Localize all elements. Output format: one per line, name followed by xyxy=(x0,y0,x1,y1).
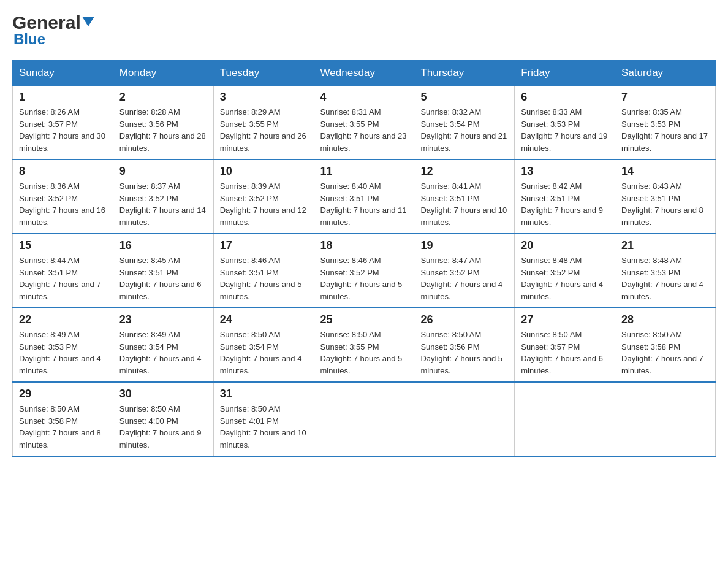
day-info: Sunrise: 8:42 AMSunset: 3:51 PMDaylight:… xyxy=(521,180,609,228)
day-cell: 14Sunrise: 8:43 AMSunset: 3:51 PMDayligh… xyxy=(615,159,716,234)
day-number: 19 xyxy=(420,239,508,252)
logo-arrow-icon xyxy=(82,17,94,31)
day-number: 5 xyxy=(420,91,508,104)
day-cell: 5Sunrise: 8:32 AMSunset: 3:54 PMDaylight… xyxy=(414,86,515,160)
day-cell: 25Sunrise: 8:50 AMSunset: 3:55 PMDayligh… xyxy=(314,308,414,382)
day-cell: 20Sunrise: 8:48 AMSunset: 3:52 PMDayligh… xyxy=(515,234,615,308)
day-cell: 30Sunrise: 8:50 AMSunset: 4:00 PMDayligh… xyxy=(113,382,213,456)
day-cell: 9Sunrise: 8:37 AMSunset: 3:52 PMDaylight… xyxy=(113,159,213,234)
day-number: 29 xyxy=(19,388,107,400)
day-info: Sunrise: 8:39 AMSunset: 3:52 PMDaylight:… xyxy=(220,180,308,228)
day-number: 13 xyxy=(521,165,609,178)
day-number: 11 xyxy=(320,165,408,178)
day-number: 27 xyxy=(521,313,609,326)
day-info: Sunrise: 8:50 AMSunset: 3:58 PMDaylight:… xyxy=(19,403,107,451)
day-info: Sunrise: 8:50 AMSunset: 3:55 PMDaylight:… xyxy=(320,329,408,377)
day-info: Sunrise: 8:29 AMSunset: 3:55 PMDaylight:… xyxy=(220,106,308,154)
day-number: 7 xyxy=(621,91,709,104)
day-cell: 11Sunrise: 8:40 AMSunset: 3:51 PMDayligh… xyxy=(314,159,414,234)
day-info: Sunrise: 8:48 AMSunset: 3:53 PMDaylight:… xyxy=(621,255,709,302)
day-number: 12 xyxy=(420,165,508,178)
day-number: 1 xyxy=(19,91,107,104)
day-number: 2 xyxy=(119,91,207,104)
day-cell: 18Sunrise: 8:46 AMSunset: 3:52 PMDayligh… xyxy=(314,234,414,308)
week-row-5: 29Sunrise: 8:50 AMSunset: 3:58 PMDayligh… xyxy=(13,382,716,456)
day-info: Sunrise: 8:48 AMSunset: 3:52 PMDaylight:… xyxy=(521,255,609,302)
day-info: Sunrise: 8:49 AMSunset: 3:53 PMDaylight:… xyxy=(19,329,107,377)
day-info: Sunrise: 8:36 AMSunset: 3:52 PMDaylight:… xyxy=(19,180,107,228)
day-cell: 3Sunrise: 8:29 AMSunset: 3:55 PMDaylight… xyxy=(213,86,314,160)
day-info: Sunrise: 8:45 AMSunset: 3:51 PMDaylight:… xyxy=(119,255,207,302)
day-cell: 1Sunrise: 8:26 AMSunset: 3:57 PMDaylight… xyxy=(13,86,113,160)
day-info: Sunrise: 8:43 AMSunset: 3:51 PMDaylight:… xyxy=(621,180,709,228)
day-number: 17 xyxy=(220,239,308,252)
day-info: Sunrise: 8:31 AMSunset: 3:55 PMDaylight:… xyxy=(320,106,408,154)
day-cell: 6Sunrise: 8:33 AMSunset: 3:53 PMDaylight… xyxy=(515,86,615,160)
day-cell: 19Sunrise: 8:47 AMSunset: 3:52 PMDayligh… xyxy=(414,234,515,308)
day-cell: 16Sunrise: 8:45 AMSunset: 3:51 PMDayligh… xyxy=(113,234,213,308)
day-number: 25 xyxy=(320,313,408,326)
day-number: 28 xyxy=(621,313,709,326)
week-row-3: 15Sunrise: 8:44 AMSunset: 3:51 PMDayligh… xyxy=(13,234,716,308)
day-cell: 4Sunrise: 8:31 AMSunset: 3:55 PMDaylight… xyxy=(314,86,414,160)
day-info: Sunrise: 8:44 AMSunset: 3:51 PMDaylight:… xyxy=(19,255,107,302)
day-info: Sunrise: 8:50 AMSunset: 3:57 PMDaylight:… xyxy=(521,329,609,377)
day-info: Sunrise: 8:50 AMSunset: 3:56 PMDaylight:… xyxy=(420,329,508,377)
calendar-header-row: SundayMondayTuesdayWednesdayThursdayFrid… xyxy=(13,61,716,86)
day-cell: 12Sunrise: 8:41 AMSunset: 3:51 PMDayligh… xyxy=(414,159,515,234)
day-number: 6 xyxy=(521,91,609,104)
week-row-4: 22Sunrise: 8:49 AMSunset: 3:53 PMDayligh… xyxy=(13,308,716,382)
day-cell: 2Sunrise: 8:28 AMSunset: 3:56 PMDaylight… xyxy=(113,86,213,160)
day-number: 10 xyxy=(220,165,308,178)
header-friday: Friday xyxy=(515,61,615,86)
day-cell: 24Sunrise: 8:50 AMSunset: 3:54 PMDayligh… xyxy=(213,308,314,382)
day-info: Sunrise: 8:50 AMSunset: 3:58 PMDaylight:… xyxy=(621,329,709,377)
day-info: Sunrise: 8:35 AMSunset: 3:53 PMDaylight:… xyxy=(621,106,709,154)
day-number: 3 xyxy=(220,91,308,104)
day-cell: 26Sunrise: 8:50 AMSunset: 3:56 PMDayligh… xyxy=(414,308,515,382)
day-cell: 29Sunrise: 8:50 AMSunset: 3:58 PMDayligh… xyxy=(13,382,113,456)
calendar-table: SundayMondayTuesdayWednesdayThursdayFrid… xyxy=(12,60,716,457)
day-cell: 17Sunrise: 8:46 AMSunset: 3:51 PMDayligh… xyxy=(213,234,314,308)
day-number: 4 xyxy=(320,91,408,104)
logo-blue-text: Blue xyxy=(13,31,45,48)
day-cell: 10Sunrise: 8:39 AMSunset: 3:52 PMDayligh… xyxy=(213,159,314,234)
day-info: Sunrise: 8:40 AMSunset: 3:51 PMDaylight:… xyxy=(320,180,408,228)
header-sunday: Sunday xyxy=(13,61,113,86)
day-info: Sunrise: 8:28 AMSunset: 3:56 PMDaylight:… xyxy=(119,106,207,154)
day-cell xyxy=(615,382,716,456)
day-info: Sunrise: 8:50 AMSunset: 4:00 PMDaylight:… xyxy=(119,403,207,451)
page-header: General Blue xyxy=(12,12,716,48)
svg-marker-0 xyxy=(82,17,94,26)
day-info: Sunrise: 8:49 AMSunset: 3:54 PMDaylight:… xyxy=(119,329,207,377)
day-number: 24 xyxy=(220,313,308,326)
header-saturday: Saturday xyxy=(615,61,716,86)
day-cell: 31Sunrise: 8:50 AMSunset: 4:01 PMDayligh… xyxy=(213,382,314,456)
header-wednesday: Wednesday xyxy=(314,61,414,86)
day-info: Sunrise: 8:33 AMSunset: 3:53 PMDaylight:… xyxy=(521,106,609,154)
day-number: 9 xyxy=(119,165,207,178)
day-cell xyxy=(314,382,414,456)
logo-general-text: General xyxy=(12,12,81,33)
day-number: 20 xyxy=(521,239,609,252)
day-number: 15 xyxy=(19,239,107,252)
day-number: 30 xyxy=(119,388,207,400)
day-number: 31 xyxy=(220,388,308,400)
day-cell: 8Sunrise: 8:36 AMSunset: 3:52 PMDaylight… xyxy=(13,159,113,234)
header-thursday: Thursday xyxy=(414,61,515,86)
day-info: Sunrise: 8:46 AMSunset: 3:52 PMDaylight:… xyxy=(320,255,408,302)
logo: General Blue xyxy=(12,12,94,48)
day-cell: 15Sunrise: 8:44 AMSunset: 3:51 PMDayligh… xyxy=(13,234,113,308)
day-cell: 28Sunrise: 8:50 AMSunset: 3:58 PMDayligh… xyxy=(615,308,716,382)
day-info: Sunrise: 8:46 AMSunset: 3:51 PMDaylight:… xyxy=(220,255,308,302)
day-number: 23 xyxy=(119,313,207,326)
day-info: Sunrise: 8:50 AMSunset: 4:01 PMDaylight:… xyxy=(220,403,308,451)
day-info: Sunrise: 8:26 AMSunset: 3:57 PMDaylight:… xyxy=(19,106,107,154)
day-cell: 22Sunrise: 8:49 AMSunset: 3:53 PMDayligh… xyxy=(13,308,113,382)
day-cell xyxy=(515,382,615,456)
day-number: 8 xyxy=(19,165,107,178)
day-cell: 27Sunrise: 8:50 AMSunset: 3:57 PMDayligh… xyxy=(515,308,615,382)
week-row-1: 1Sunrise: 8:26 AMSunset: 3:57 PMDaylight… xyxy=(13,86,716,160)
day-number: 16 xyxy=(119,239,207,252)
day-cell xyxy=(414,382,515,456)
